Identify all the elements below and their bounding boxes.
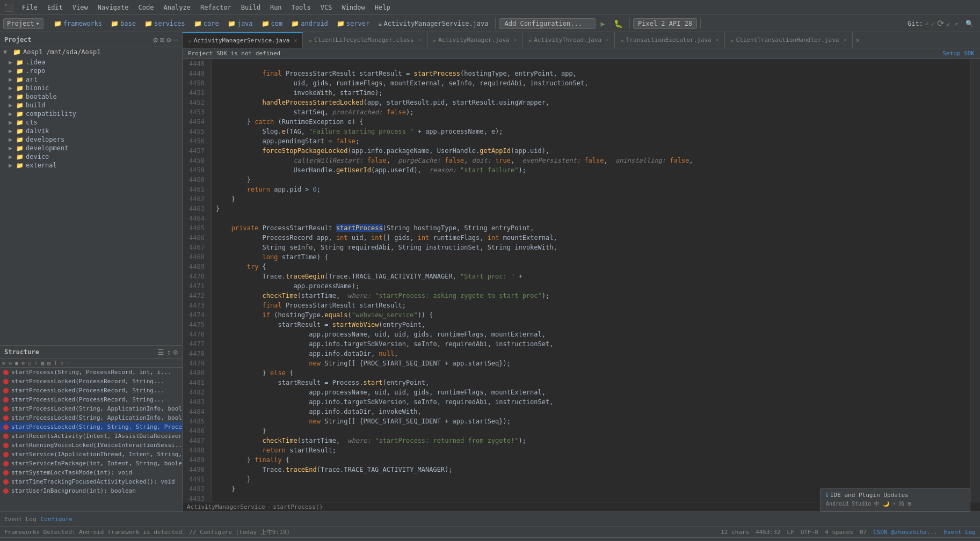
run-button[interactable]: ▶ [598,18,608,29]
struct-item-9[interactable]: startService(IApplicationThread, Intent,… [0,450,182,459]
struct-item-7[interactable]: startRecentsActivity(Intent, IAssistData… [0,432,182,441]
tree-item-development[interactable]: ▶ 📁 development [0,144,182,152]
event-log-right[interactable]: Event Log [943,529,976,536]
tab-close-1[interactable]: × [418,37,422,43]
struct-item-3[interactable]: startProcessLocked(ProcessRecord, String… [0,395,182,404]
tab-5[interactable]: ☕ ClientTransactionHandler.java × [725,32,853,48]
tree-item-dalvik[interactable]: ▶ 📁 dalvik [0,127,182,135]
ln-4493: 4493 [187,494,207,502]
tab-icon-3: ☕ [528,36,532,43]
ln-4483: 4483 [187,397,207,407]
tree-item-bionic[interactable]: ▶ 📁 bionic [0,84,182,92]
struct-item-0[interactable]: startProcess(String, ProcessRecord, int,… [0,368,182,377]
bionic-arrow: ▶ [9,84,16,92]
tree-item-art[interactable]: ▶ 📁 art [0,75,182,84]
setup-sdk-link[interactable]: Setup SDK [942,50,975,57]
tree-item-developers[interactable]: ▶ 📁 developers [0,135,182,144]
device-config[interactable]: Pixel 2 API 28 [633,18,697,29]
tab-3[interactable]: ☕ ActivityThread.java × [523,32,615,48]
tab-close-3[interactable]: × [606,37,609,43]
tree-item-build[interactable]: ▶ 📁 build [0,101,182,109]
struct-item-6[interactable]: startProcessLocked(String, String, Strin… [0,422,182,432]
breadcrumb-android[interactable]: 📁 android [288,19,331,28]
bc-file: ActivityManagerService [187,503,265,510]
menu-code[interactable]: Code [134,3,158,12]
menu-file[interactable]: File [18,3,42,12]
struct-sort-icon[interactable]: ↕ [166,348,171,356]
menu-view[interactable]: View [68,3,92,12]
struct-item-11[interactable]: startSystemLockTaskMode(int): void [0,468,182,477]
menu-tools[interactable]: Tools [287,3,315,12]
tab-1[interactable]: ☕ ClientLifecycleManager.class × [303,32,427,48]
struct-item-10[interactable]: startServiceInPackage(int, Intent, Strin… [0,459,182,468]
tree-item-external[interactable]: ▶ 📁 external [0,161,182,170]
debug-button[interactable]: 🐛 [611,18,626,29]
project-layout-icon[interactable]: ⊞ [160,35,164,44]
idea-label: .idea [26,59,45,66]
menu-window[interactable]: Window [337,3,369,12]
structure-icons: ☰ ↕ ⚙ [157,348,178,356]
struct-gear-icon[interactable]: ⚙ [173,348,178,356]
menu-navigate[interactable]: Navigate [93,3,133,12]
code-line-4489: } [216,476,251,483]
breadcrumb-core[interactable]: 📁 core [191,19,222,28]
menu-run[interactable]: Run [266,3,286,12]
bionic-label: bionic [26,84,49,92]
project-root-item[interactable]: ▼ 📁 Aosp1 /mnt/sda/Aosp1 [0,47,182,57]
tab-4[interactable]: ☕ TransactionExecutor.java × [615,32,725,48]
git-rev: ↙ ↗ [946,20,958,27]
tab-0[interactable]: ☕ ActivityManagerService.java × [183,32,303,48]
struct-item-12[interactable]: startTimeTrackingFocusedActivityLocked()… [0,477,182,486]
menu-refactor[interactable]: Refactor [196,3,236,12]
project-settings-icon[interactable]: ⚙ [166,35,171,44]
tab-2[interactable]: ☕ ActivityManager.java × [427,32,523,48]
tab-more[interactable]: » [853,36,863,44]
menu-build[interactable]: Build [237,3,265,12]
struct-item-4[interactable]: startProcessLocked(String, ApplicationIn… [0,404,182,413]
csdn-link[interactable]: CSDN @zhouzhiha... [873,529,937,536]
struct-item-8[interactable]: startRunningVoiceLocked(IVoiceInteractio… [0,441,182,450]
breadcrumb-java[interactable]: 📁 java [224,19,256,28]
menu-analyze[interactable]: Analyze [159,3,195,12]
tree-item-device[interactable]: ▶ 📁 device [0,152,182,161]
structure-list: startProcess(String, ProcessRecord, int,… [0,368,182,511]
tree-item-cts[interactable]: ▶ 📁 cts [0,118,182,127]
cts-folder-icon: 📁 [16,119,24,126]
run-config[interactable]: Add Configuration... [499,18,596,29]
breadcrumb-base[interactable]: 📁 base [107,19,139,28]
struct-item-2[interactable]: startProcessLocked(ProcessRecord, String… [0,386,182,395]
menu-edit[interactable]: Edit [43,3,67,12]
code-line-4484: } [216,427,266,435]
configure-link[interactable]: Configure [41,516,73,523]
breadcrumb-frameworks[interactable]: 📁 frameworks [50,19,105,28]
event-log-label[interactable]: Event Log [4,516,37,523]
tree-item-idea[interactable]: ▶ 📁 .idea [0,58,182,67]
search-button[interactable]: 🔍 [962,19,977,28]
project-gear-icon[interactable]: ⚙ [153,35,157,44]
tab-close-5[interactable]: × [843,37,846,43]
tab-close-4[interactable]: × [716,37,719,43]
struct-align-icon[interactable]: ☰ [157,348,164,356]
compat-folder-icon: 📁 [16,111,24,118]
tab-close-0[interactable]: × [294,38,297,43]
tab-close-2[interactable]: × [514,37,517,43]
code-line-4473: startResult = startWebView(entryPoint, [216,321,425,328]
code-content[interactable]: final ProcessStartResult startResult = s… [212,59,970,502]
file-tree: ▶ 📁 .idea ▶ 📁 .repo ▶ 📁 art ▶ [0,57,182,345]
ln-4465: 4465 [187,223,207,233]
tree-item-compatibility[interactable]: ▶ 📁 compatibility [0,109,182,118]
menu-help[interactable]: Help [371,3,395,12]
struct-toolbar-icons: ⊕ ⊘ ● ⊗ ◯ ⑊ ▦ ▤ T ↕ ◦ [2,360,70,366]
breadcrumb-services[interactable]: 📁 services [141,19,188,28]
struct-item-13[interactable]: startUserInBackground(int): boolean [0,486,182,495]
tree-item-repo[interactable]: ▶ 📁 .repo [0,67,182,75]
struct-item-1[interactable]: startProcessLocked(ProcessRecord, String… [0,377,182,386]
breadcrumb-file[interactable]: ☕ ActivityManagerService.java [375,19,491,28]
project-dropdown[interactable]: Project ▾ [3,18,43,29]
project-minimize-icon[interactable]: − [173,35,178,44]
tree-item-bootable[interactable]: ▶ 📁 bootable [0,92,182,101]
struct-item-5[interactable]: startProcessLocked(String, ApplicationIn… [0,413,182,422]
breadcrumb-com[interactable]: 📁 com [258,19,286,28]
breadcrumb-server[interactable]: 📁 server [333,19,373,28]
menu-vcs[interactable]: VCS [316,3,337,12]
